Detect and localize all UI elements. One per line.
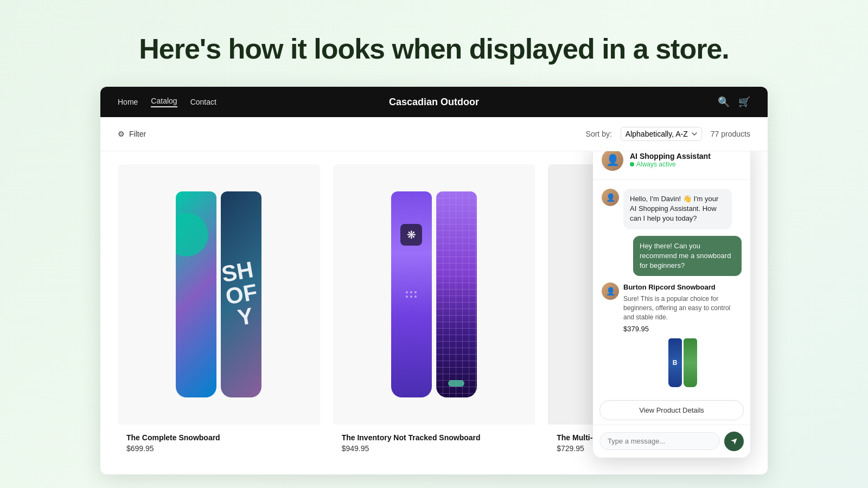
chat-messages: 👤 Hello, I'm Davin! 👋 I'm your AI Shoppi… — [593, 180, 750, 400]
chat-input-area: ➤ — [593, 425, 750, 458]
chat-message-input[interactable] — [599, 432, 720, 450]
filter-icon: ⚙ — [118, 130, 125, 138]
avatar-image: 👤 — [602, 151, 623, 171]
board-2b — [436, 191, 477, 397]
bot-product-content: Burton Ripcord Snowboard Sure! This is a… — [623, 282, 742, 391]
product-image-2 — [333, 164, 535, 425]
board-footer — [448, 380, 464, 387]
recommended-product-desc: Sure! This is a popular choice for begin… — [623, 294, 742, 322]
board-1b: SHOFY — [221, 191, 261, 397]
snowboard-graphic-2 — [391, 164, 477, 425]
nav-links: Home Catalog Contact — [118, 97, 216, 107]
filter-right: Sort by: Alphabetically, A-Z Alphabetica… — [586, 127, 750, 141]
product-info-1: The Complete Snowboard $699.95 — [118, 425, 320, 461]
bot-avatar-3: 👤 — [602, 282, 619, 300]
filter-label: Filter — [129, 130, 146, 138]
snowboard-graphic-1: SHOFY — [176, 164, 261, 425]
chat-title: AI Shopping Assistant — [630, 152, 711, 160]
message-row-3: 👤 Burton Ripcord Snowboard Sure! This is… — [602, 282, 742, 391]
chat-status: Always active — [630, 160, 711, 168]
board-grid — [436, 191, 477, 397]
board-logo — [400, 224, 422, 246]
board-1a — [176, 191, 216, 397]
hero-title: Here's how it looks when displayed in a … — [11, 33, 857, 65]
cart-icon[interactable]: 🛒 — [738, 96, 750, 108]
status-indicator — [630, 162, 634, 166]
sort-label: Sort by: — [586, 130, 612, 138]
chat-header-info: AI Shopping Assistant Always active — [630, 152, 711, 168]
nav-link-contact[interactable]: Contact — [190, 98, 216, 106]
message-row-1: 👤 Hello, I'm Davin! 👋 I'm your AI Shoppi… — [602, 189, 742, 229]
recommended-product-price: $379.95 — [623, 324, 742, 334]
board-text: SHOFY — [221, 258, 261, 331]
store-nav: Home Catalog Contact Cascadian Outdoor 🔍… — [100, 87, 768, 117]
sort-select[interactable]: Alphabetically, A-Z Alphabetically, Z-A … — [621, 127, 702, 141]
hero-section: Here's how it looks when displayed in a … — [0, 0, 868, 87]
message-bubble-2: Hey there! Can you recommend me a snowbo… — [633, 236, 742, 277]
status-text: Always active — [636, 160, 676, 168]
product-price-2: $949.95 — [342, 444, 527, 453]
burton-board-left — [668, 338, 682, 387]
burton-board-thumbnail — [623, 338, 742, 387]
filter-button[interactable]: ⚙ Filter — [118, 130, 146, 138]
message-bubble-1: Hello, I'm Davin! 👋 I'm your AI Shopping… — [623, 189, 732, 229]
product-card-2[interactable]: The Inventory Not Tracked Snowboard $949… — [333, 164, 535, 461]
burton-board-right — [684, 338, 697, 387]
nav-link-home[interactable]: Home — [118, 98, 138, 106]
products-grid: SHOFY The Complete Snowboard $699.95 — [100, 151, 768, 474]
product-name-1: The Complete Snowboard — [126, 433, 311, 442]
send-icon: ➤ — [728, 435, 741, 447]
chat-header: 👤 AI Shopping Assistant Always active — [593, 151, 750, 180]
product-card-1[interactable]: SHOFY The Complete Snowboard $699.95 — [118, 164, 320, 461]
store-brand: Cascadian Outdoor — [389, 97, 479, 108]
product-price-1: $699.95 — [126, 444, 311, 453]
chat-avatar: 👤 — [602, 151, 623, 171]
chat-widget: 👤 AI Shopping Assistant Always active 👤 … — [593, 151, 750, 458]
products-count: 77 products — [711, 130, 750, 138]
recommended-product-name: Burton Ripcord Snowboard — [623, 282, 742, 292]
product-info-2: The Inventory Not Tracked Snowboard $949… — [333, 425, 535, 461]
product-name-2: The Inventory Not Tracked Snowboard — [342, 433, 527, 442]
board-dots — [406, 291, 417, 298]
search-icon[interactable]: 🔍 — [718, 96, 730, 108]
product-image-1: SHOFY — [118, 164, 320, 425]
store-mockup: Home Catalog Contact Cascadian Outdoor 🔍… — [100, 87, 768, 474]
board-2a — [391, 191, 432, 397]
message-row-2: Hey there! Can you recommend me a snowbo… — [602, 236, 742, 277]
bot-avatar-1: 👤 — [602, 189, 619, 206]
nav-icons: 🔍 🛒 — [718, 96, 750, 108]
view-product-details-button[interactable]: View Product Details — [599, 400, 744, 420]
nav-link-catalog[interactable]: Catalog — [151, 97, 177, 107]
chat-send-button[interactable]: ➤ — [724, 432, 744, 451]
filter-bar: ⚙ Filter Sort by: Alphabetically, A-Z Al… — [100, 117, 768, 151]
